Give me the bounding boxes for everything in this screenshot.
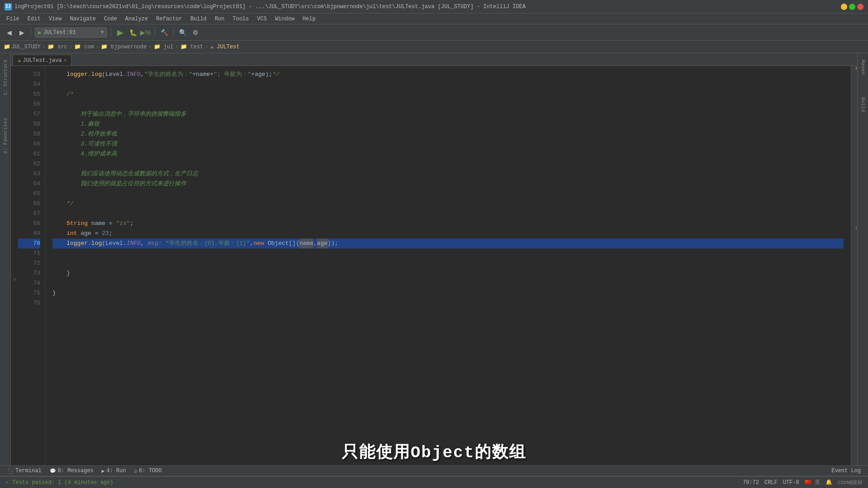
code-line-62: [52, 159, 844, 169]
gutter-area: ⊖: [11, 66, 18, 465]
event-log-tab[interactable]: Event Log: [828, 466, 864, 475]
status-bar: ✓ Tests passed: 1 (4 minutes ago) 70:72 …: [0, 476, 868, 488]
code-line-61: 4.维护成本高: [52, 149, 844, 159]
breadcrumb-bjpowernode[interactable]: 📁 bjpowernode: [101, 43, 146, 50]
debug-button[interactable]: 🐛: [127, 27, 138, 38]
structure-panel-label[interactable]: 1: Structure: [1, 57, 10, 98]
terminal-icon: ⬛: [7, 468, 14, 474]
run-config-dropdown[interactable]: ▶ JULTest:01 ▼: [35, 28, 107, 38]
build-panel-label[interactable]: Build: [859, 94, 868, 115]
todo-tab[interactable]: ☑ 6: TODO: [131, 466, 165, 475]
run-button[interactable]: ▶: [115, 27, 126, 38]
breadcrumb-test[interactable]: 📁 test: [180, 43, 203, 50]
menu-edit[interactable]: Edit: [24, 15, 44, 23]
maximize-button[interactable]: [849, 4, 855, 10]
code-line-71: [52, 249, 844, 258]
terminal-label: Terminal: [15, 468, 42, 474]
jultest-tab[interactable]: ☕ JULTest.java ×: [13, 55, 71, 66]
notifications[interactable]: 🔔: [826, 479, 832, 486]
minimize-button[interactable]: [841, 4, 847, 10]
menu-code[interactable]: Code: [100, 15, 121, 23]
menu-file[interactable]: File: [3, 15, 23, 23]
menu-help[interactable]: Help: [299, 15, 319, 23]
cursor-position[interactable]: 70:72: [743, 479, 759, 486]
code-line-66: */: [52, 199, 844, 209]
code-line-67: [52, 209, 844, 219]
breadcrumb-com[interactable]: 📁 com: [74, 43, 94, 50]
code-line-57: 对于输出消息中，字符串的拼接弊端很多: [52, 109, 844, 119]
maven-panel-label[interactable]: Maven: [859, 57, 868, 77]
code-content[interactable]: logger.log(Level.INFO,"学生的姓名为："+name+"; …: [45, 66, 851, 465]
build-button[interactable]: 🔨: [159, 27, 170, 38]
favorites-panel-label[interactable]: 2: Favorites: [1, 115, 10, 156]
toolbar: ◀ ▶ ▶ JULTest:01 ▼ ▶ 🐛 ▶% 🔨 🔍 ⚙: [0, 24, 868, 41]
terminal-tab[interactable]: ⬛ Terminal: [4, 466, 45, 475]
editor-area: ☕ JULTest.java ×: [11, 53, 857, 465]
menu-run[interactable]: Run: [211, 15, 228, 23]
settings-button[interactable]: ⚙: [190, 27, 201, 38]
menu-build[interactable]: Build: [187, 15, 210, 23]
menu-refactor[interactable]: Refactor: [152, 15, 186, 23]
messages-tab[interactable]: 💬 0: Messages: [46, 466, 97, 475]
run-label: 4: Run: [106, 468, 126, 474]
run-with-coverage[interactable]: ▶%: [140, 27, 151, 38]
close-button[interactable]: [857, 4, 863, 10]
line-ending[interactable]: CRLF: [764, 479, 778, 486]
code-editor: ⊖ 53 54 55 56 57 58 59 60 61: [11, 66, 857, 465]
subtitle-text: 只能使用Object的数组: [342, 441, 526, 463]
code-line-74: [52, 278, 844, 288]
search-everywhere-button[interactable]: 🔍: [177, 27, 188, 38]
code-line-75: }: [52, 288, 844, 298]
file-tab-name: JULTest.java: [23, 57, 61, 64]
editor-scrollbar[interactable]: [851, 66, 857, 465]
code-line-68: String name = "zs";: [52, 219, 844, 229]
menu-analyze[interactable]: Analyze: [122, 15, 151, 23]
event-log-label: Event Log: [831, 468, 861, 474]
back-button[interactable]: ◀: [4, 27, 14, 38]
line-numbers: 53 54 55 56 57 58 59 60 61 62 63 64 65 6…: [18, 66, 45, 465]
test-status-icon: ✓: [5, 479, 9, 486]
messages-label: 0: Messages: [58, 468, 94, 474]
forward-button[interactable]: ▶: [16, 27, 27, 38]
breadcrumb-jul[interactable]: 📁 jul: [154, 43, 174, 50]
language-indicator: 🇨🇳 英: [805, 479, 820, 486]
menu-tools[interactable]: Tools: [229, 15, 253, 23]
code-line-63: 我们应该使用动态生成数据的方式，生产日志: [52, 169, 844, 179]
breadcrumb-jultest[interactable]: ☕ JULTest: [210, 43, 240, 50]
code-line-64: 我们使用的就是占位符的方式来进行操作: [52, 179, 844, 189]
tab-close-button[interactable]: ×: [64, 58, 67, 63]
code-line-55: /*: [52, 89, 844, 99]
csdn-label: CSDN@蓝鲸: [838, 479, 863, 486]
menu-window[interactable]: Window: [271, 15, 298, 23]
menu-view[interactable]: View: [45, 15, 66, 23]
app-icon: IJ: [5, 3, 12, 10]
breadcrumb-jul-study[interactable]: 📁JUL_STUDY: [4, 43, 41, 50]
code-line-76: [52, 298, 844, 308]
breadcrumb-src[interactable]: 📁 src: [47, 43, 67, 50]
code-line-69: int age = 23;: [52, 229, 844, 239]
menu-bar: File Edit View Navigate Code Analyze Ref…: [0, 14, 868, 24]
code-line-60: 3.可读性不强: [52, 139, 844, 149]
code-line-72: [52, 258, 844, 268]
run-config-icon: ▶: [38, 29, 42, 36]
window-title: logProject01 [D:\teach\course2021vd\01_l…: [14, 4, 526, 10]
code-line-73: }: [52, 268, 844, 278]
test-result[interactable]: Tests passed: 1 (4 minutes ago): [12, 479, 113, 486]
file-tabs: ☕ JULTest.java ×: [11, 53, 857, 66]
title-bar: IJ logProject01 [D:\teach\course2021vd\0…: [0, 0, 868, 14]
fold-icon[interactable]: ⊖: [13, 277, 16, 282]
todo-label: 6: TODO: [139, 468, 161, 474]
code-line-56: [52, 99, 844, 109]
run-config-label: JULTest:01: [43, 29, 76, 36]
menu-vcs[interactable]: VCS: [254, 15, 271, 23]
breadcrumb: 📁JUL_STUDY › 📁 src › 📁 com › 📁 bjpowerno…: [0, 41, 868, 53]
code-line-59: 2.程序效率低: [52, 129, 844, 139]
code-line-65: [52, 189, 844, 199]
code-line-58: 1.麻烦: [52, 119, 844, 129]
code-line-70: logger.log(Level.INFO, msg: "学生的姓名：{0},年…: [52, 239, 844, 249]
menu-navigate[interactable]: Navigate: [66, 15, 99, 23]
run-config-chevron: ▼: [101, 29, 104, 36]
messages-icon: 💬: [50, 468, 56, 474]
run-tab[interactable]: ▶ 4: Run: [98, 466, 130, 475]
encoding[interactable]: UTF-8: [783, 479, 799, 486]
